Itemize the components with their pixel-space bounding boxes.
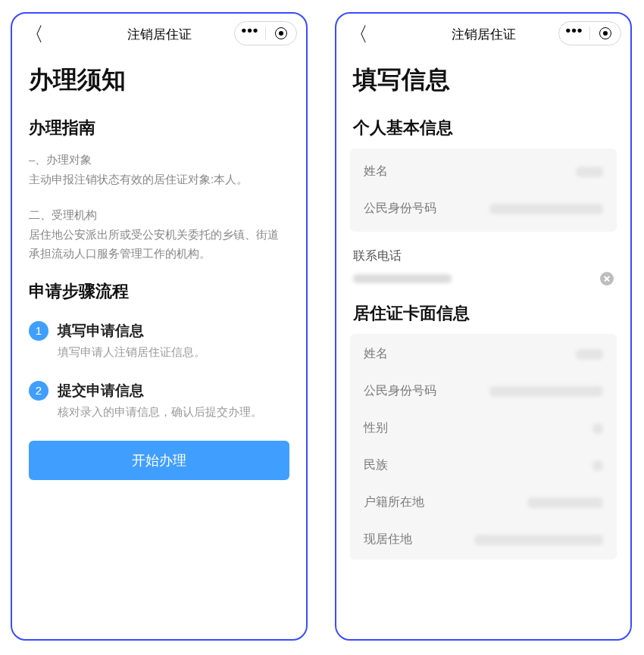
contact-phone-block: 联系电话 bbox=[336, 245, 630, 285]
steps-title: 申请步骤流程 bbox=[29, 280, 289, 303]
page-title-right: 填写信息 bbox=[353, 64, 614, 97]
close-miniprogram-button[interactable] bbox=[266, 27, 296, 39]
step-label: 填写申请信息 bbox=[58, 321, 289, 341]
back-icon[interactable]: 〈 bbox=[24, 21, 44, 48]
label-card-id: 公民身份号码 bbox=[364, 383, 436, 399]
value-id-redacted bbox=[489, 204, 603, 214]
target-icon bbox=[599, 27, 611, 39]
value-name-redacted bbox=[576, 167, 603, 177]
section-card-info: 居住证卡面信息 bbox=[353, 302, 614, 325]
phone-input-row[interactable] bbox=[353, 272, 614, 285]
wechat-capsule[interactable]: ••• bbox=[234, 21, 297, 45]
row-card-gender: 性别 bbox=[350, 410, 617, 447]
row-card-ethnicity: 民族 bbox=[350, 447, 617, 484]
target-icon bbox=[275, 27, 287, 39]
value-card-name-redacted bbox=[576, 349, 603, 360]
row-personal-id: 公民身份号码 bbox=[350, 190, 617, 227]
value-domicile-redacted bbox=[527, 497, 603, 508]
wechat-capsule-right[interactable]: ••• bbox=[558, 21, 621, 45]
header-bar-right: 〈 注销居住证 ••• bbox=[336, 14, 630, 50]
residence-card-info: 姓名 公民身份号码 性别 民族 户籍所在地 现居住地 bbox=[350, 334, 617, 560]
step-number-badge: 2 bbox=[29, 381, 48, 401]
step-body: 填写申请信息 填写申请人注销居住证信息。 bbox=[58, 321, 289, 360]
row-card-domicile: 户籍所在地 bbox=[350, 484, 617, 521]
phone-right-form: 〈 注销居住证 ••• 填写信息 个人基本信息 姓名 公民身份号码 联系电话 bbox=[335, 12, 632, 641]
close-miniprogram-button[interactable] bbox=[590, 27, 621, 39]
clear-input-icon[interactable] bbox=[600, 272, 614, 285]
guide-p2-line2: 居住地公安派出所或受公安机关委托的乡镇、街道承担流动人口服务管理工作的机构。 bbox=[29, 225, 289, 264]
row-personal-name: 姓名 bbox=[350, 153, 617, 190]
value-gender-redacted bbox=[592, 423, 603, 434]
guide-title: 办理指南 bbox=[29, 117, 289, 139]
start-process-button[interactable]: 开始办理 bbox=[29, 441, 289, 480]
step-1: 1 填写申请信息 填写申请人注销居住证信息。 bbox=[29, 321, 289, 360]
value-card-id-redacted bbox=[489, 386, 603, 397]
label-gender: 性别 bbox=[364, 420, 388, 436]
phone-value-redacted bbox=[353, 274, 452, 283]
row-card-id: 公民身份号码 bbox=[350, 373, 617, 410]
left-content: 办理须知 办理指南 –、办理对象 主动申报注销状态有效的居住证对象:本人。 二、… bbox=[12, 50, 306, 639]
label-name: 姓名 bbox=[364, 164, 388, 179]
row-card-name: 姓名 bbox=[350, 335, 617, 373]
step-number-badge: 1 bbox=[29, 321, 48, 341]
guide-paragraph-1: –、办理对象 主动申报注销状态有效的居住证对象:本人。 bbox=[29, 150, 289, 189]
guide-p1-line1: –、办理对象 bbox=[29, 150, 289, 170]
ellipsis-icon: ••• bbox=[242, 22, 259, 39]
step-body: 提交申请信息 核对录入的申请信息，确认后提交办理。 bbox=[58, 381, 289, 420]
step-desc: 核对录入的申请信息，确认后提交办理。 bbox=[58, 405, 289, 420]
right-content: 填写信息 个人基本信息 姓名 公民身份号码 联系电话 居住证卡面信息 bbox=[336, 50, 630, 639]
header-bar: 〈 注销居住证 ••• bbox=[12, 14, 306, 50]
guide-p1-line2: 主动申报注销状态有效的居住证对象:本人。 bbox=[29, 170, 289, 189]
section-personal-info: 个人基本信息 bbox=[353, 117, 614, 139]
ellipsis-icon: ••• bbox=[566, 22, 583, 39]
guide-p2-line1: 二、受理机构 bbox=[29, 205, 289, 225]
more-menu-button[interactable]: ••• bbox=[235, 25, 265, 42]
row-card-residence: 现居住地 bbox=[350, 521, 617, 558]
label-card-name: 姓名 bbox=[364, 346, 388, 362]
back-icon[interactable]: 〈 bbox=[349, 21, 368, 48]
label-ethnicity: 民族 bbox=[364, 457, 388, 473]
value-residence-redacted bbox=[474, 535, 603, 545]
phone-left-instructions: 〈 注销居住证 ••• 办理须知 办理指南 –、办理对象 主动申报注销状态有效的… bbox=[11, 12, 308, 641]
label-id-number: 公民身份号码 bbox=[364, 201, 436, 217]
step-desc: 填写申请人注销居住证信息。 bbox=[58, 345, 289, 360]
guide-paragraph-2: 二、受理机构 居住地公安派出所或受公安机关委托的乡镇、街道承担流动人口服务管理工… bbox=[29, 205, 289, 264]
page-title: 办理须知 bbox=[29, 64, 289, 97]
value-ethnicity-redacted bbox=[592, 460, 603, 471]
more-menu-button[interactable]: ••• bbox=[559, 25, 589, 42]
label-phone: 联系电话 bbox=[353, 248, 614, 264]
label-domicile: 户籍所在地 bbox=[364, 494, 424, 510]
label-residence: 现居住地 bbox=[364, 532, 412, 547]
personal-info-card: 姓名 公民身份号码 bbox=[350, 148, 617, 232]
step-2: 2 提交申请信息 核对录入的申请信息，确认后提交办理。 bbox=[29, 381, 289, 420]
step-label: 提交申请信息 bbox=[58, 381, 289, 401]
